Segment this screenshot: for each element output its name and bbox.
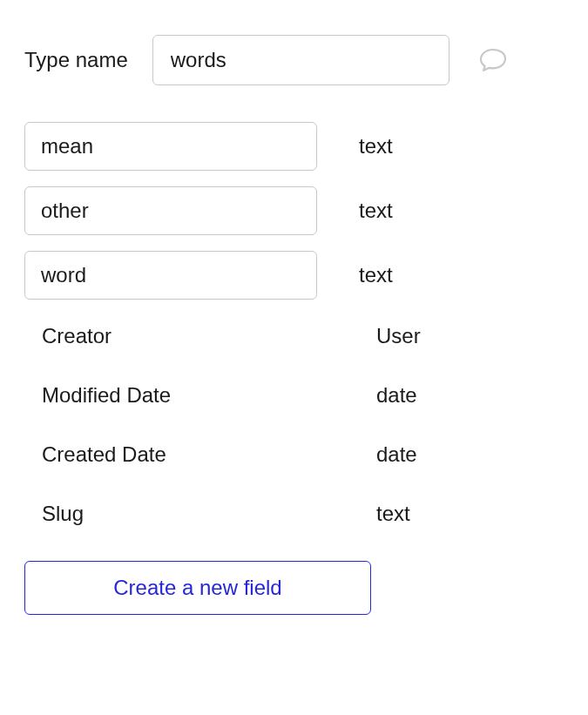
type-name-label: Type name [24,48,128,72]
readonly-field-type: date [359,442,417,467]
readonly-field-name: Created Date [24,442,317,467]
field-type-label: text [359,134,393,159]
type-name-input[interactable] [152,35,449,85]
readonly-field-type: date [359,383,417,408]
field-name-input[interactable] [24,122,317,171]
field-type-label: text [359,263,393,287]
comment-icon[interactable] [477,44,509,76]
readonly-field-name: Creator [24,324,317,348]
readonly-fields-section: Creator User Modified Date date Created … [24,324,564,526]
readonly-row: Modified Date date [24,383,564,408]
field-row: text [24,186,564,235]
create-field-button[interactable]: Create a new field [24,561,371,615]
type-header-row: Type name [24,35,564,85]
field-name-input[interactable] [24,251,317,300]
readonly-row: Created Date date [24,442,564,467]
readonly-field-name: Slug [24,502,317,526]
field-row: text [24,122,564,171]
editable-fields-section: text text text [24,122,564,300]
readonly-row: Slug text [24,502,564,526]
readonly-field-type: text [359,502,410,526]
create-field-button-label: Create a new field [113,576,281,600]
field-type-label: text [359,199,393,223]
field-row: text [24,251,564,300]
field-name-input[interactable] [24,186,317,235]
readonly-row: Creator User [24,324,564,348]
readonly-field-type: User [359,324,421,348]
readonly-field-name: Modified Date [24,383,317,408]
